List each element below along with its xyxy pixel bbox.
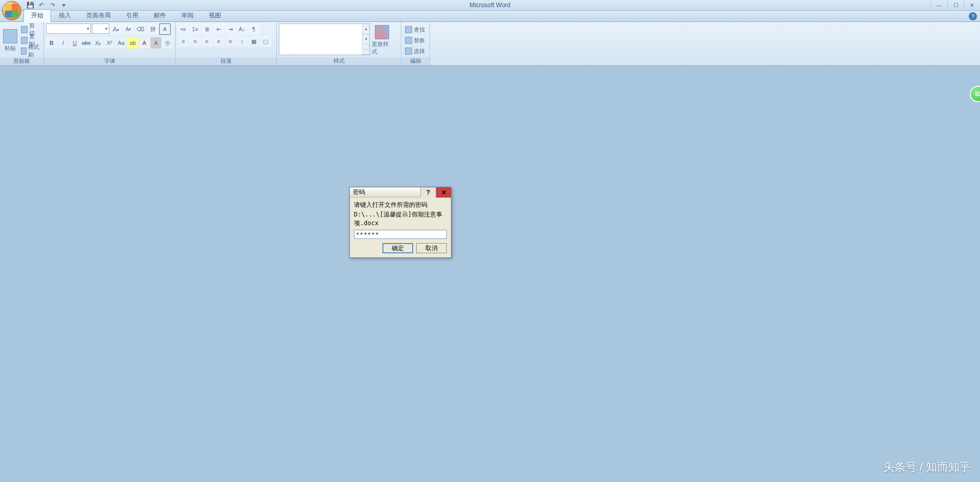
ribbon-tabstrip: 开始 插入 页面布局 引用 邮件 审阅 视图 ? bbox=[0, 11, 980, 22]
dialog-help-button[interactable]: ? bbox=[420, 187, 436, 198]
copy-icon bbox=[21, 37, 28, 44]
replace-button[interactable]: 替换 bbox=[403, 35, 426, 45]
shrink-font-button[interactable]: A▾ bbox=[123, 23, 134, 35]
group-label-styles: 样式 bbox=[277, 57, 401, 65]
document-area bbox=[0, 66, 980, 482]
group-paragraph: •≡ 1≡ ≣ ⇤ ⇥ A↓ ¶ ≡ ≡ ≡ ≡ ≡ ↕ ▦ ▢ 段落 bbox=[176, 22, 277, 65]
font-name-combo[interactable] bbox=[46, 23, 91, 34]
qat-customize-icon[interactable]: ▾ bbox=[59, 1, 68, 10]
multilevel-list-button[interactable]: ≣ bbox=[201, 23, 212, 35]
line-spacing-button[interactable]: ↕ bbox=[236, 36, 248, 47]
dialog-title: 密码 bbox=[353, 188, 365, 197]
dialog-title-bar[interactable]: 密码 ? ✕ bbox=[350, 187, 451, 198]
cut-icon bbox=[21, 26, 28, 33]
paste-icon bbox=[3, 29, 17, 43]
phonetic-guide-button[interactable]: 拼 bbox=[147, 23, 158, 35]
group-label-clipboard: 剪贴板 bbox=[0, 57, 43, 65]
password-input[interactable] bbox=[354, 230, 447, 239]
office-button[interactable] bbox=[2, 1, 21, 20]
ribbon: 粘贴 剪切 复制 格式刷 剪贴板 A▴ A▾ ⌫ 拼 A B I bbox=[0, 22, 980, 66]
cancel-button[interactable]: 取消 bbox=[416, 243, 447, 253]
shading-button[interactable]: ▦ bbox=[248, 36, 259, 47]
app-title: Microsoft Word bbox=[469, 2, 510, 9]
numbering-button[interactable]: 1≡ bbox=[189, 23, 201, 35]
subscript-button[interactable]: X₂ bbox=[92, 37, 104, 49]
quick-access-toolbar: 💾 ↶ ↷ ▾ bbox=[26, 1, 68, 10]
gallery-down-icon[interactable]: ▾ bbox=[363, 34, 369, 44]
clear-format-button[interactable]: ⌫ bbox=[135, 23, 146, 35]
select-icon bbox=[405, 47, 412, 55]
window-controls: — ☐ ✕ bbox=[931, 0, 980, 10]
ok-button[interactable]: 确定 bbox=[383, 243, 413, 253]
gallery-scroll: ▴ ▾ ⋯ bbox=[362, 24, 369, 55]
dialog-file-path: D:\...\[温馨提示]假期注意事项.docx bbox=[354, 210, 447, 228]
group-editing: 查找 替换 选择 编辑 bbox=[401, 22, 430, 65]
align-center-button[interactable]: ≡ bbox=[189, 36, 201, 47]
underline-button[interactable]: U bbox=[69, 37, 80, 49]
decrease-indent-button[interactable]: ⇤ bbox=[213, 23, 224, 35]
format-painter-button[interactable]: 格式刷 bbox=[19, 46, 41, 56]
char-shading-button[interactable]: A bbox=[151, 37, 162, 49]
watermark-text: 头条号 / 知而知乎 bbox=[883, 460, 971, 475]
gallery-up-icon[interactable]: ▴ bbox=[363, 24, 369, 34]
paste-label: 粘贴 bbox=[5, 44, 16, 52]
save-icon[interactable]: 💾 bbox=[26, 1, 35, 10]
select-button[interactable]: 选择 bbox=[403, 46, 426, 56]
group-clipboard: 粘贴 剪切 复制 格式刷 剪贴板 bbox=[0, 22, 44, 65]
redo-icon[interactable]: ↷ bbox=[48, 1, 57, 10]
borders-button[interactable]: ▢ bbox=[260, 36, 271, 47]
help-icon[interactable]: ? bbox=[969, 12, 977, 20]
gallery-more-icon[interactable]: ⋯ bbox=[363, 44, 369, 55]
tab-insert[interactable]: 插入 bbox=[51, 9, 79, 21]
dialog-close-button[interactable]: ✕ bbox=[436, 187, 451, 198]
justify-button[interactable]: ≡ bbox=[213, 36, 224, 47]
find-button[interactable]: 查找 bbox=[403, 25, 426, 35]
tab-pagelayout[interactable]: 页面布局 bbox=[79, 9, 118, 21]
char-border-button[interactable]: A bbox=[159, 23, 171, 35]
highlight-button[interactable]: ab bbox=[127, 37, 138, 49]
group-font: A▴ A▾ ⌫ 拼 A B I U abc X₂ X² Aa ab A A ㊥ … bbox=[44, 22, 176, 65]
undo-icon[interactable]: ↶ bbox=[37, 1, 46, 10]
increase-indent-button[interactable]: ⇥ bbox=[225, 23, 236, 35]
distribute-button[interactable]: ≡ bbox=[225, 36, 236, 47]
replace-icon bbox=[405, 37, 412, 44]
italic-button[interactable]: I bbox=[58, 37, 69, 49]
brush-icon bbox=[21, 47, 27, 55]
tab-review[interactable]: 审阅 bbox=[174, 9, 201, 21]
office-logo-icon bbox=[5, 4, 18, 17]
dialog-body: 请键入打开文件所需的密码 D:\...\[温馨提示]假期注意事项.docx 确定… bbox=[350, 198, 451, 257]
tab-view[interactable]: 视图 bbox=[201, 9, 229, 21]
align-right-button[interactable]: ≡ bbox=[201, 36, 212, 47]
group-styles: ▴ ▾ ⋯ 更改样式 样式 bbox=[277, 22, 401, 65]
minimize-button[interactable]: — bbox=[931, 0, 947, 10]
superscript-button[interactable]: X² bbox=[104, 37, 115, 49]
group-label-editing: 编辑 bbox=[401, 57, 429, 65]
close-button[interactable]: ✕ bbox=[964, 0, 980, 10]
tab-home[interactable]: 开始 bbox=[23, 9, 51, 22]
paste-button[interactable]: 粘贴 bbox=[2, 23, 18, 57]
change-styles-icon bbox=[375, 25, 389, 39]
show-marks-button[interactable]: ¶ bbox=[248, 23, 259, 35]
change-styles-button[interactable]: 更改样式 bbox=[371, 23, 393, 57]
font-color-button[interactable]: A bbox=[139, 37, 150, 49]
align-left-button[interactable]: ≡ bbox=[178, 36, 189, 47]
maximize-button[interactable]: ☐ bbox=[947, 0, 964, 10]
grow-font-button[interactable]: A▴ bbox=[110, 23, 122, 35]
bold-button[interactable]: B bbox=[46, 37, 57, 49]
tab-references[interactable]: 引用 bbox=[118, 9, 146, 21]
enclose-char-button[interactable]: ㊥ bbox=[162, 37, 173, 49]
strikethrough-button[interactable]: abc bbox=[81, 37, 92, 49]
find-icon bbox=[405, 26, 412, 33]
change-case-button[interactable]: Aa bbox=[115, 37, 127, 49]
font-size-combo[interactable] bbox=[92, 23, 109, 34]
password-dialog: 密码 ? ✕ 请键入打开文件所需的密码 D:\...\[温馨提示]假期注意事项.… bbox=[349, 187, 451, 258]
group-label-paragraph: 段落 bbox=[176, 57, 276, 65]
group-label-font: 字体 bbox=[44, 57, 175, 65]
bullets-button[interactable]: •≡ bbox=[178, 23, 189, 35]
change-styles-label: 更改样式 bbox=[372, 40, 392, 56]
dialog-message: 请键入打开文件所需的密码 bbox=[354, 201, 447, 209]
sort-button[interactable]: A↓ bbox=[236, 23, 248, 35]
tab-mailings[interactable]: 邮件 bbox=[146, 9, 174, 21]
styles-gallery[interactable]: ▴ ▾ ⋯ bbox=[279, 23, 370, 55]
